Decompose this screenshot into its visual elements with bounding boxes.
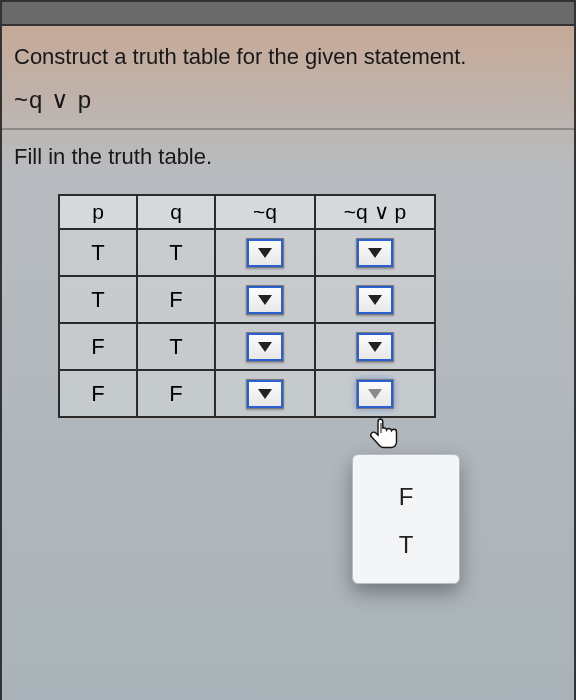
table-header-row: p q ~q ~q ∨ p bbox=[59, 195, 435, 229]
window-titlebar bbox=[2, 2, 574, 26]
dropdown-menu: F T bbox=[352, 454, 460, 584]
cell-q: T bbox=[137, 323, 215, 370]
window-frame: Construct a truth table for the given st… bbox=[0, 0, 576, 700]
cell-not-q bbox=[215, 229, 315, 276]
cell-q: T bbox=[137, 229, 215, 276]
dropdown-option-t[interactable]: T bbox=[353, 521, 459, 569]
cell-result bbox=[315, 229, 435, 276]
header-result: ~q ∨ p bbox=[315, 195, 435, 229]
header-q: q bbox=[137, 195, 215, 229]
dropdown-result-row3[interactable] bbox=[356, 332, 394, 362]
chevron-down-icon bbox=[258, 295, 272, 305]
chevron-down-icon bbox=[258, 342, 272, 352]
cell-p: T bbox=[59, 229, 137, 276]
chevron-down-icon bbox=[258, 248, 272, 258]
header-not-q: ~q bbox=[215, 195, 315, 229]
dropdown-option-f[interactable]: F bbox=[353, 473, 459, 521]
table-row: F F bbox=[59, 370, 435, 417]
header-p: p bbox=[59, 195, 137, 229]
dropdown-result-row1[interactable] bbox=[356, 238, 394, 268]
content-area: Construct a truth table for the given st… bbox=[2, 26, 574, 418]
cell-q: F bbox=[137, 276, 215, 323]
cell-result bbox=[315, 276, 435, 323]
cell-p: F bbox=[59, 370, 137, 417]
chevron-down-icon bbox=[368, 248, 382, 258]
table-row: F T bbox=[59, 323, 435, 370]
instruction-text: Construct a truth table for the given st… bbox=[14, 44, 564, 70]
cell-result bbox=[315, 323, 435, 370]
chevron-down-icon bbox=[368, 295, 382, 305]
divider bbox=[2, 128, 574, 130]
dropdown-result-row2[interactable] bbox=[356, 285, 394, 315]
chevron-down-icon bbox=[368, 342, 382, 352]
chevron-down-icon bbox=[258, 389, 272, 399]
table-row: T F bbox=[59, 276, 435, 323]
cell-not-q bbox=[215, 323, 315, 370]
table-row: T T bbox=[59, 229, 435, 276]
chevron-down-icon bbox=[368, 389, 382, 399]
cell-result bbox=[315, 370, 435, 417]
dropdown-not-q-row3[interactable] bbox=[246, 332, 284, 362]
fill-prompt: Fill in the truth table. bbox=[14, 144, 564, 170]
dropdown-not-q-row4[interactable] bbox=[246, 379, 284, 409]
cell-not-q bbox=[215, 370, 315, 417]
cell-p: F bbox=[59, 323, 137, 370]
cell-q: F bbox=[137, 370, 215, 417]
truth-table: p q ~q ~q ∨ p T T T bbox=[58, 194, 436, 418]
cell-p: T bbox=[59, 276, 137, 323]
dropdown-not-q-row1[interactable] bbox=[246, 238, 284, 268]
statement-text: ~q ∨ p bbox=[14, 86, 564, 114]
dropdown-result-row4[interactable] bbox=[356, 379, 394, 409]
cell-not-q bbox=[215, 276, 315, 323]
dropdown-not-q-row2[interactable] bbox=[246, 285, 284, 315]
